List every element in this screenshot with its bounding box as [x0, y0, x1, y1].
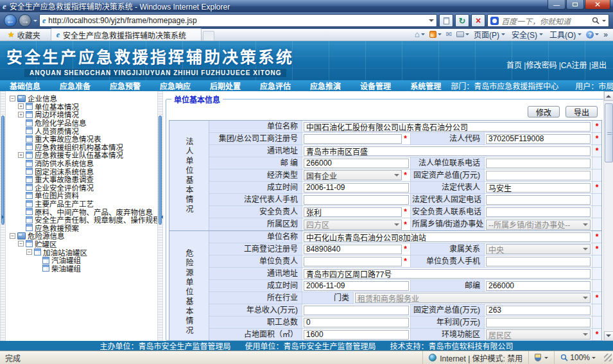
favorites-button[interactable]: ★ 收藏夹	[3, 29, 46, 40]
field-input[interactable]	[486, 318, 591, 327]
tree-item[interactable]: −危险源信息	[7, 232, 156, 240]
read-mail-button[interactable]: ✉	[446, 30, 452, 39]
compatibility-view-button[interactable]	[439, 14, 453, 27]
banner-link-1[interactable]: 首页	[506, 61, 522, 70]
field-input[interactable]	[486, 195, 591, 205]
field-input[interactable]	[304, 330, 409, 340]
field-select[interactable]: 居民区	[486, 329, 591, 340]
back-button[interactable]: ←	[4, 14, 17, 27]
protected-mode-button[interactable]	[528, 351, 554, 364]
scrollbar-thumb[interactable]	[605, 103, 613, 162]
field-input[interactable]	[486, 257, 591, 266]
field-input[interactable]	[304, 318, 409, 327]
expand-box-icon[interactable]: +	[18, 103, 24, 109]
expand-box-icon[interactable]: +	[18, 112, 24, 117]
tree-item[interactable]: 危险化学品信息	[7, 119, 156, 127]
tree-splitter-left[interactable]	[0, 91, 6, 341]
minimize-button[interactable]: —	[548, 0, 566, 10]
field-input[interactable]	[304, 269, 591, 279]
print-button[interactable]	[456, 31, 469, 37]
nav-item[interactable]: 应急推演	[300, 80, 350, 91]
export-button[interactable]: 导出	[566, 106, 598, 117]
nav-item[interactable]: 应急响应	[150, 80, 200, 91]
field-input[interactable]	[304, 245, 402, 254]
command-menu[interactable]: 页面(P)	[474, 29, 505, 40]
field-select[interactable]: 四方区	[304, 220, 402, 230]
field-select[interactable]: 国有企业	[304, 170, 402, 180]
nav-item[interactable]: 应急评估	[250, 80, 300, 91]
command-menu[interactable]: 工具(O)	[549, 29, 582, 40]
search-input[interactable]: 百度一下，你就知道	[487, 14, 609, 27]
scroll-up-button[interactable]	[604, 91, 613, 101]
field-input[interactable]	[304, 159, 409, 168]
splitter-thumb[interactable]	[159, 116, 162, 225]
field-input[interactable]	[304, 146, 591, 156]
collapse-box-icon[interactable]: −	[10, 96, 15, 101]
field-input[interactable]	[304, 257, 402, 266]
banner-link-4[interactable]: 退出	[591, 61, 607, 70]
search-icon[interactable]	[592, 17, 600, 24]
close-button[interactable]: ✕	[585, 0, 610, 10]
field-input[interactable]	[486, 159, 591, 168]
field-select[interactable]: 租赁和商务服务业	[355, 293, 591, 303]
field-input[interactable]	[304, 183, 409, 193]
banner-link-3[interactable]: CA注册	[561, 61, 587, 70]
modify-button[interactable]: 修改	[528, 106, 560, 117]
field-input[interactable]	[304, 281, 409, 291]
stop-button[interactable]: ×	[471, 14, 485, 27]
field-input[interactable]	[486, 306, 591, 315]
zoom-control[interactable]: 100%	[554, 351, 601, 364]
address-dropdown-icon[interactable]	[429, 19, 434, 24]
field-input[interactable]	[486, 171, 591, 180]
tree-item[interactable]: 安全生产责任制、规章制度、操作规程信息	[7, 216, 156, 224]
browser-tab[interactable]: e 安全生产应急救援指挥辅助决策系统	[51, 28, 202, 40]
nav-item[interactable]: 系统管理	[401, 80, 451, 91]
field-input[interactable]	[486, 134, 591, 144]
nav-item[interactable]: 设备管理	[350, 80, 401, 91]
zoom-dropdown-icon[interactable]	[592, 357, 596, 361]
resize-grip[interactable]	[604, 354, 612, 361]
nav-item[interactable]: 应急预警	[100, 80, 150, 91]
history-dropdown-icon[interactable]	[33, 20, 37, 24]
field-input[interactable]	[304, 122, 591, 132]
address-input[interactable]: e http://localhost:90/yjzh/frame/homepag…	[39, 14, 437, 27]
collapse-box-icon[interactable]: −	[10, 233, 15, 239]
field-select[interactable]: --所属乡镇/街道办事处--	[486, 220, 591, 230]
scroll-down-button[interactable]	[604, 331, 613, 341]
collapse-box-icon[interactable]: −	[18, 241, 24, 247]
nav-item[interactable]: 后期处置	[200, 80, 250, 91]
refresh-button[interactable]: ↻	[455, 14, 469, 27]
banner-link-2[interactable]: 修改密码	[526, 61, 557, 70]
field-input[interactable]	[304, 207, 402, 217]
field-input[interactable]	[486, 207, 591, 217]
feed-button[interactable]	[429, 31, 442, 38]
splitter-arrow-icon[interactable]	[1, 214, 6, 220]
field-input[interactable]	[304, 306, 409, 315]
new-tab-button[interactable]	[203, 31, 214, 40]
content-scrollbar[interactable]	[603, 91, 613, 341]
more-commands-chevron[interactable]: »	[603, 30, 608, 39]
tree-item[interactable]: 企业安全评价情况	[7, 184, 156, 192]
field-input[interactable]	[486, 281, 591, 291]
command-menu[interactable]: 安全(S)	[512, 29, 543, 40]
field-input[interactable]	[304, 195, 409, 205]
tree-item[interactable]: −企业信息	[7, 94, 156, 103]
tree-item[interactable]: −加油站油罐区	[7, 248, 156, 256]
field-select[interactable]: 中央	[486, 244, 591, 254]
nav-item[interactable]: 基础信息	[0, 80, 50, 91]
tree-item[interactable]: 柴油罐组	[7, 264, 156, 272]
field-input[interactable]	[486, 183, 591, 193]
expand-box-icon[interactable]: +	[18, 152, 24, 158]
maximize-button[interactable]	[566, 0, 584, 10]
nav-item[interactable]: 应急准备	[50, 80, 100, 91]
tree-item[interactable]: 汽油罐组	[7, 256, 156, 264]
help-button[interactable]: ?	[586, 31, 599, 39]
tree-item[interactable]: +单位基本情况	[7, 103, 156, 111]
forward-button[interactable]: →	[19, 14, 31, 27]
collapse-box-icon[interactable]: −	[26, 249, 32, 255]
field-input[interactable]	[304, 232, 591, 242]
search-dropdown-icon[interactable]	[602, 20, 606, 24]
tree-splitter-right[interactable]	[157, 91, 163, 341]
splitter-thumb[interactable]	[1, 116, 4, 225]
field-input[interactable]	[304, 134, 402, 144]
